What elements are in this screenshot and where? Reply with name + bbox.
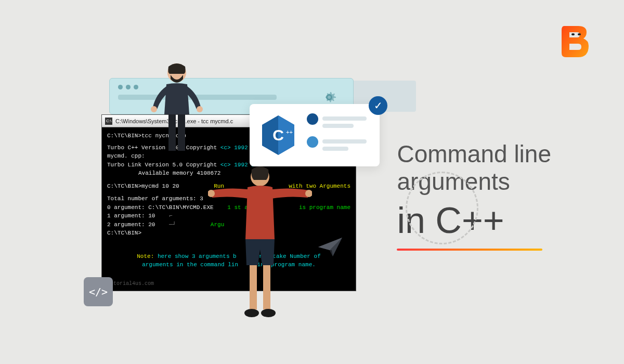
term-line: C:\TC\BIN>mycmd 10 20: [107, 183, 179, 189]
code-glyph: </>: [89, 285, 108, 298]
card-line: [322, 139, 367, 144]
svg-rect-13: [178, 114, 185, 151]
svg-rect-18: [263, 265, 270, 309]
card-line: [322, 147, 348, 151]
brand-logo: [556, 21, 593, 62]
decorative-circle: [406, 172, 478, 244]
title-line-1: Command line: [397, 140, 551, 168]
code-badge-icon: </>: [84, 277, 113, 306]
term-line: C:\TC\BIN>: [107, 230, 141, 236]
svg-point-10: [151, 106, 157, 112]
person-illustration-2: [208, 161, 312, 328]
term-line: 0 argument: C:\TC\BIN\MYCMD.EXE: [107, 204, 214, 211]
term-note-label: Note:: [137, 253, 154, 259]
svg-rect-17: [250, 265, 257, 309]
window-dot: [126, 85, 131, 89]
check-badge-icon: ✓: [369, 96, 387, 115]
svg-point-0: [571, 33, 575, 35]
term-line: mycmd. cpp:: [107, 153, 145, 159]
cpp-card: C ++ ✓: [250, 104, 380, 166]
svg-rect-12: [168, 114, 176, 151]
svg-point-20: [261, 309, 276, 317]
card-dot: [307, 113, 318, 125]
term-line: 2 argument: 20: [107, 222, 155, 228]
watermark: Tutorial4us.com: [107, 280, 154, 288]
cpp-logo-icon: C ++: [260, 114, 296, 156]
window-dot: [134, 85, 138, 89]
svg-text:C: C: [272, 126, 284, 144]
window-dot: [118, 85, 123, 89]
svg-point-19: [244, 309, 259, 317]
term-line: Turbo Link Version 5.0 Copyright: [107, 162, 217, 168]
gear-icon: [321, 89, 337, 106]
person-illustration-1: [146, 57, 208, 161]
check-glyph: ✓: [374, 99, 383, 112]
svg-point-11: [197, 106, 203, 112]
term-line: 1 argument: 10: [107, 213, 155, 219]
title-underline: [397, 249, 542, 251]
svg-text:++: ++: [286, 129, 293, 135]
card-line: [322, 124, 354, 128]
cmd-icon: C:\: [105, 118, 112, 125]
svg-point-1: [578, 33, 581, 35]
card-line: [322, 116, 367, 121]
paper-plane-icon: [317, 237, 343, 257]
term-line: Total number of arguments: 3: [107, 196, 203, 202]
card-dot: [307, 136, 318, 148]
